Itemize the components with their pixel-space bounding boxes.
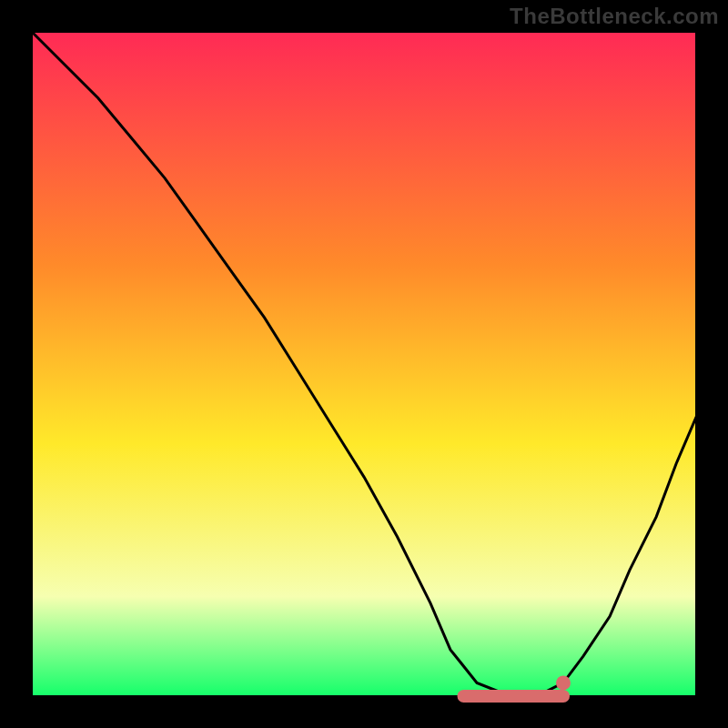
sweet-spot-end-dot bbox=[556, 675, 571, 690]
watermark-text: TheBottleneck.com bbox=[510, 4, 719, 29]
plot-background bbox=[32, 32, 696, 696]
chart-svg bbox=[0, 0, 728, 728]
chart-frame: TheBottleneck.com bbox=[0, 0, 728, 728]
